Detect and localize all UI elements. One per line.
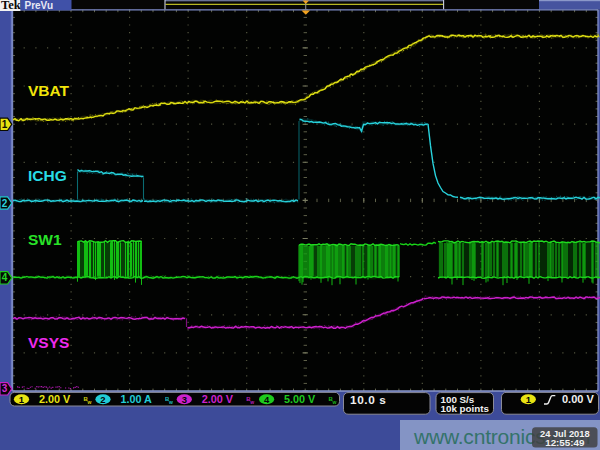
svg-text:1.00 A: 1.00 A: [121, 393, 153, 405]
svg-text:2: 2: [2, 198, 8, 209]
svg-text:0.00 V: 0.00 V: [562, 393, 594, 405]
svg-text:w: w: [168, 399, 173, 405]
svg-text:4: 4: [2, 272, 8, 283]
svg-text:Tek: Tek: [1, 0, 21, 12]
svg-text:1: 1: [2, 119, 8, 130]
svg-text:4: 4: [264, 394, 270, 405]
svg-text:PreVu: PreVu: [25, 0, 54, 11]
svg-text:12:55:49: 12:55:49: [545, 437, 585, 448]
svg-text:3: 3: [2, 383, 8, 394]
svg-text:w: w: [87, 399, 92, 405]
svg-text:2.00 V: 2.00 V: [202, 393, 234, 405]
svg-text:10.0 s: 10.0 s: [350, 393, 386, 407]
svg-text:VBAT: VBAT: [28, 82, 70, 99]
svg-text:1: 1: [526, 394, 532, 405]
svg-text:2: 2: [100, 394, 105, 405]
svg-text:5.00 V: 5.00 V: [284, 393, 316, 405]
svg-text:w: w: [249, 399, 254, 405]
svg-text:2.00 V: 2.00 V: [39, 393, 71, 405]
svg-text:ICHG: ICHG: [28, 167, 67, 184]
svg-text:10k points: 10k points: [441, 403, 490, 414]
svg-text:SW1: SW1: [28, 231, 62, 248]
svg-text:3: 3: [182, 394, 187, 405]
svg-text:w: w: [332, 399, 337, 405]
svg-text:1: 1: [19, 394, 25, 405]
svg-text:VSYS: VSYS: [28, 334, 69, 351]
